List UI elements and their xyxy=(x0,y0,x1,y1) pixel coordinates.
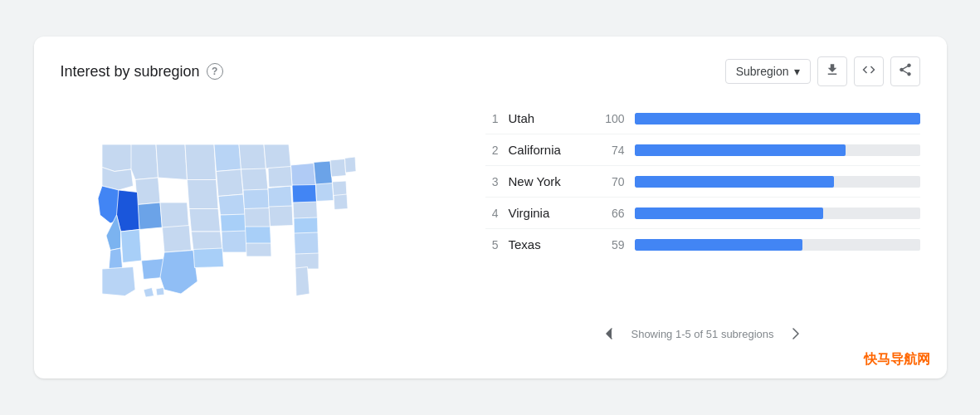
state-wv xyxy=(269,206,293,227)
pagination: Showing 1-5 of 51 subregions xyxy=(485,322,920,345)
row-label: Utah xyxy=(509,111,592,125)
help-icon[interactable]: ? xyxy=(207,63,223,80)
header-actions: Subregion ▾ xyxy=(725,56,920,86)
prev-page-button[interactable] xyxy=(597,322,621,345)
state-mi xyxy=(264,144,291,168)
download-button[interactable] xyxy=(817,56,847,86)
row-value: 70 xyxy=(602,175,625,188)
row-value: 66 xyxy=(602,207,625,220)
state-il xyxy=(241,168,268,191)
state-hi-1 xyxy=(144,288,154,298)
state-ut xyxy=(116,190,139,232)
bar-container xyxy=(635,239,920,251)
row-label: Texas xyxy=(509,237,592,251)
state-co2 xyxy=(162,226,191,253)
state-de-md xyxy=(334,194,348,210)
chart-row: 4 Virginia 66 xyxy=(485,198,920,229)
us-map xyxy=(61,103,459,352)
title-group: Interest by subregion ? xyxy=(61,63,223,81)
state-nm xyxy=(120,230,141,263)
chart-area: 1 Utah 100 2 California 74 3 New York 70… xyxy=(485,103,920,352)
state-nd xyxy=(185,144,217,180)
state-ky xyxy=(243,189,270,210)
state-ms xyxy=(245,227,271,244)
state-wi xyxy=(239,144,266,169)
state-ga xyxy=(294,232,319,255)
state-wa xyxy=(102,144,135,172)
state-wy xyxy=(135,178,160,205)
state-nj xyxy=(315,183,334,202)
row-label: New York xyxy=(509,174,592,188)
row-rank: 1 xyxy=(485,112,499,125)
state-tn xyxy=(244,208,270,228)
card-title: Interest by subregion xyxy=(61,63,200,81)
content-area: 1 Utah 100 2 California 74 3 New York 70… xyxy=(61,103,920,352)
state-in xyxy=(268,167,292,188)
state-la xyxy=(222,231,247,252)
share-button[interactable] xyxy=(890,56,920,86)
state-sc xyxy=(294,217,318,234)
state-al xyxy=(246,243,271,256)
row-rank: 2 xyxy=(485,144,499,157)
state-ks xyxy=(191,232,222,251)
embed-button[interactable] xyxy=(854,56,884,86)
download-icon xyxy=(825,62,840,81)
state-oh xyxy=(268,186,292,208)
state-fl xyxy=(295,267,310,296)
bar-container xyxy=(635,144,920,156)
chart-row: 5 Texas 59 xyxy=(485,229,920,260)
chart-row: 2 California 74 xyxy=(485,134,920,166)
state-tx xyxy=(160,251,197,295)
bar-fill xyxy=(635,176,835,188)
row-value: 59 xyxy=(602,238,625,251)
state-nc xyxy=(293,202,318,220)
bar-container xyxy=(635,113,920,124)
row-value: 74 xyxy=(602,144,625,157)
bar-container xyxy=(635,208,920,219)
state-va xyxy=(292,185,317,204)
dropdown-label: Subregion xyxy=(736,65,789,78)
state-vt-nh xyxy=(330,159,346,178)
subregion-dropdown[interactable]: Subregion ▾ xyxy=(725,59,811,84)
share-icon xyxy=(898,62,913,81)
state-fl-n xyxy=(295,253,319,269)
map-svg xyxy=(61,103,459,352)
chart-row: 1 Utah 100 xyxy=(485,103,920,134)
state-id xyxy=(131,144,158,180)
state-mt xyxy=(156,144,188,180)
code-icon xyxy=(861,62,876,81)
next-page-button[interactable] xyxy=(784,322,807,345)
watermark: 快马导航网 xyxy=(864,351,930,369)
interest-by-subregion-card: Interest by subregion ? Subregion ▾ xyxy=(34,37,947,378)
bar-fill xyxy=(635,208,823,219)
row-rank: 5 xyxy=(485,238,499,251)
chart-rows: 1 Utah 100 2 California 74 3 New York 70… xyxy=(485,103,920,260)
row-rank: 3 xyxy=(485,175,499,188)
row-value: 100 xyxy=(602,112,625,125)
state-ne xyxy=(189,209,221,232)
bar-fill xyxy=(635,113,920,124)
state-ok xyxy=(193,248,224,268)
state-mo xyxy=(218,194,246,215)
chart-row: 3 New York 70 xyxy=(485,166,920,198)
card-header: Interest by subregion ? Subregion ▾ xyxy=(61,56,920,86)
state-ny xyxy=(314,161,333,185)
state-ia xyxy=(216,169,243,197)
row-label: Virginia xyxy=(509,206,592,220)
bar-container xyxy=(635,176,920,188)
row-label: California xyxy=(509,143,592,157)
row-rank: 4 xyxy=(485,207,499,220)
state-pa xyxy=(290,164,315,187)
bar-fill xyxy=(635,144,846,156)
state-ar xyxy=(220,214,246,232)
state-mn xyxy=(214,144,241,172)
state-ak xyxy=(102,267,135,296)
pagination-text: Showing 1-5 of 51 subregions xyxy=(631,328,773,340)
bar-fill xyxy=(635,239,803,251)
chevron-down-icon: ▾ xyxy=(794,65,800,78)
state-me xyxy=(344,157,356,173)
state-co xyxy=(137,203,162,230)
state-sd xyxy=(187,180,218,209)
state-hi-2 xyxy=(156,288,164,296)
